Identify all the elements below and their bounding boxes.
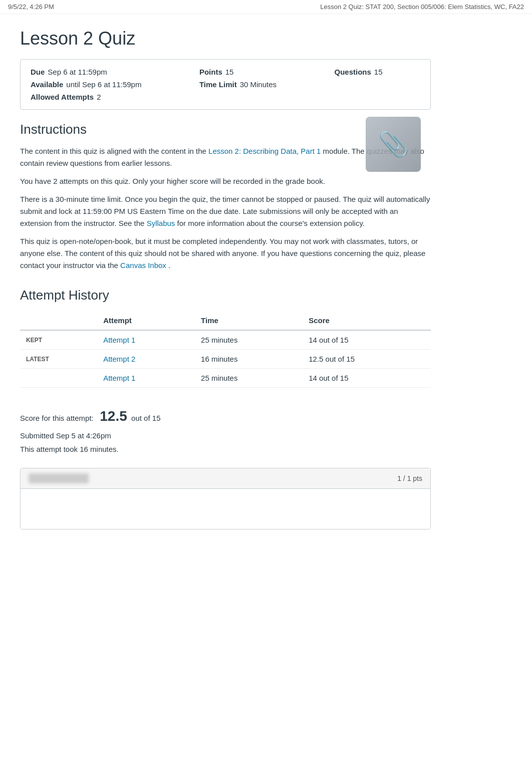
- due-value: Sep 6 at 11:59pm: [48, 68, 107, 76]
- instructions-p3-after: for more information about the course's …: [177, 219, 365, 227]
- col-header-attempt: Attempt: [97, 311, 195, 330]
- attempt-time: 16 minutes: [195, 350, 303, 369]
- attempt-link-cell[interactable]: Attempt 1: [97, 330, 195, 350]
- instructions-paragraph4: This quiz is open-note/open-book, but it…: [20, 235, 431, 272]
- attempt-history-section: Attempt History Attempt Time Score KEPTA…: [20, 288, 431, 388]
- time-limit-label: Time Limit: [199, 80, 237, 89]
- attempt-link-cell[interactable]: Attempt 1: [97, 369, 195, 388]
- question-body: [21, 489, 430, 529]
- attempt-time: 25 minutes: [195, 369, 303, 388]
- module-icon: 📎: [366, 117, 421, 172]
- page-title: Lesson 2 Quiz: [20, 28, 431, 49]
- table-row: KEPTAttempt 125 minutes14 out of 15: [20, 330, 431, 350]
- points-value: 15: [225, 68, 234, 76]
- duration-line: This attempt took 16 minutes.: [20, 442, 431, 456]
- quiz-meta-box: Due Sep 6 at 11:59pm Points 15 Questions…: [20, 59, 431, 110]
- timestamp: 9/5/22, 4:26 PM: [8, 3, 54, 11]
- questions-meta: Questions 15: [334, 68, 420, 76]
- page-content: Lesson 2 Quiz Due Sep 6 at 11:59pm Point…: [0, 14, 451, 550]
- instructions-paragraph3: There is a 30-minute time limit. Once yo…: [20, 193, 431, 229]
- instructions-paragraph2: You have 2 attempts on this quiz. Only y…: [20, 175, 431, 187]
- attempt-link[interactable]: Attempt 1: [103, 374, 135, 382]
- allowed-attempts-label: Allowed Attempts: [31, 93, 94, 101]
- syllabus-link[interactable]: Syllabus: [147, 219, 175, 227]
- points-meta: Points 15: [199, 68, 315, 76]
- questions-label: Questions: [334, 68, 371, 76]
- instructions-section: Instructions 📎 The content in this quiz …: [20, 122, 431, 272]
- col-header-score: Score: [303, 311, 431, 330]
- score-out-of: out of 15: [131, 414, 160, 422]
- instructions-p1-before: The content in this quiz is aligned with…: [20, 147, 206, 155]
- allowed-attempts-meta: Allowed Attempts 2: [31, 93, 179, 101]
- attempt-label: KEPT: [20, 330, 97, 350]
- lesson2-link[interactable]: Lesson 2: Describing Data, Part 1: [208, 147, 321, 155]
- attempt-score: 14 out of 15: [303, 369, 431, 388]
- attempt-history-title: Attempt History: [20, 288, 431, 303]
- question-number-blurred: [29, 473, 89, 483]
- question-container: 1 / 1 pts: [20, 468, 431, 530]
- available-value: until Sep 6 at 11:59pm: [66, 80, 141, 89]
- module-icon-symbol: 📎: [378, 130, 408, 158]
- attempt-link[interactable]: Attempt 1: [103, 336, 135, 344]
- questions-value: 15: [374, 68, 383, 76]
- attempt-link-cell[interactable]: Attempt 2: [97, 350, 195, 369]
- time-limit-value: 30 Minutes: [240, 80, 277, 89]
- col-header-label: [20, 311, 97, 330]
- attempt-time: 25 minutes: [195, 330, 303, 350]
- score-line: Score for this attempt: 12.5 out of 15: [20, 404, 431, 429]
- attempt-score: 12.5 out of 15: [303, 350, 431, 369]
- canvas-inbox-link[interactable]: Canvas Inbox: [120, 261, 166, 270]
- score-big: 12.5: [100, 408, 127, 424]
- score-label: Score for this attempt:: [20, 414, 94, 422]
- time-limit-meta: Time Limit 30 Minutes: [199, 80, 315, 89]
- instructions-p4-after: .: [168, 261, 170, 270]
- due-meta: Due Sep 6 at 11:59pm: [31, 68, 179, 76]
- breadcrumb: Lesson 2 Quiz: STAT 200, Section 005/006…: [320, 3, 524, 11]
- attempt-link[interactable]: Attempt 2: [103, 355, 135, 363]
- question-pts: 1 / 1 pts: [397, 474, 422, 482]
- available-label: Available: [31, 80, 63, 89]
- submitted-line: Submitted Sep 5 at 4:26pm: [20, 429, 431, 442]
- attempt-table: Attempt Time Score KEPTAttempt 125 minut…: [20, 311, 431, 388]
- table-row: LATESTAttempt 216 minutes12.5 out of 15: [20, 350, 431, 369]
- col-header-time: Time: [195, 311, 303, 330]
- points-label: Points: [199, 68, 222, 76]
- table-header-row: Attempt Time Score: [20, 311, 431, 330]
- instructions-p4-before: This quiz is open-note/open-book, but it…: [20, 237, 425, 270]
- question-header: 1 / 1 pts: [21, 468, 430, 489]
- allowed-attempts-value: 2: [97, 93, 101, 101]
- score-section: Score for this attempt: 12.5 out of 15 S…: [20, 404, 431, 456]
- top-bar: 9/5/22, 4:26 PM Lesson 2 Quiz: STAT 200,…: [0, 0, 532, 14]
- attempt-score: 14 out of 15: [303, 330, 431, 350]
- attempt-label: [20, 369, 97, 388]
- attempt-label: LATEST: [20, 350, 97, 369]
- due-label: Due: [31, 68, 45, 76]
- available-meta: Available until Sep 6 at 11:59pm: [31, 80, 179, 89]
- table-row: Attempt 125 minutes14 out of 15: [20, 369, 431, 388]
